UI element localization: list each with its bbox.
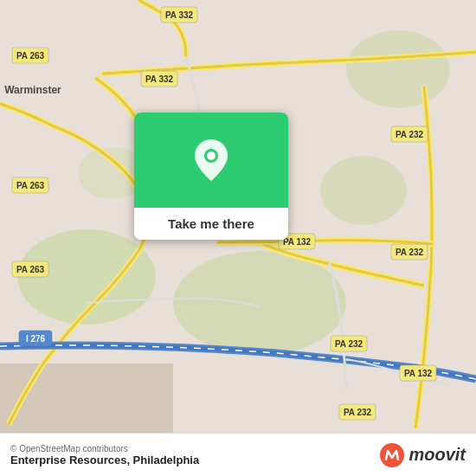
- svg-text:Warminster: Warminster: [4, 84, 61, 96]
- attribution: © OpenStreetMap contributors: [10, 444, 379, 453]
- svg-text:PA 332: PA 332: [145, 74, 174, 84]
- svg-text:PA 263: PA 263: [16, 51, 45, 61]
- bottom-bar: © OpenStreetMap contributors Enterprise …: [0, 433, 476, 476]
- svg-text:PA 232: PA 232: [396, 248, 424, 257]
- svg-text:PA 132: PA 132: [404, 369, 433, 378]
- svg-rect-5: [0, 363, 173, 433]
- svg-text:PA 232: PA 232: [335, 339, 363, 349]
- svg-text:I 276: I 276: [26, 334, 46, 344]
- moovit-icon: [379, 442, 405, 468]
- svg-point-4: [320, 156, 407, 225]
- svg-point-33: [207, 151, 215, 160]
- popup-header: [134, 113, 288, 208]
- svg-point-34: [380, 443, 404, 467]
- svg-text:PA 232: PA 232: [396, 130, 424, 139]
- map-container: PA 332 PA 263 PA 332 PA 232 PA 263 PA 13…: [0, 0, 476, 433]
- svg-text:PA 232: PA 232: [344, 408, 372, 417]
- location-popup: Take me there: [134, 113, 288, 240]
- bottom-info: © OpenStreetMap contributors Enterprise …: [10, 444, 379, 466]
- place-title: Enterprise Resources, Philadelphia: [10, 453, 379, 466]
- location-pin-icon: [192, 138, 230, 183]
- svg-text:PA 332: PA 332: [165, 10, 194, 20]
- svg-text:PA 263: PA 263: [16, 181, 45, 190]
- svg-text:PA 263: PA 263: [16, 265, 45, 274]
- svg-point-2: [173, 251, 346, 355]
- moovit-text: moovit: [408, 445, 466, 465]
- take-me-there-button[interactable]: Take me there: [134, 208, 288, 240]
- moovit-logo: moovit: [379, 442, 466, 468]
- svg-text:PA 132: PA 132: [283, 237, 312, 247]
- svg-point-3: [346, 30, 450, 108]
